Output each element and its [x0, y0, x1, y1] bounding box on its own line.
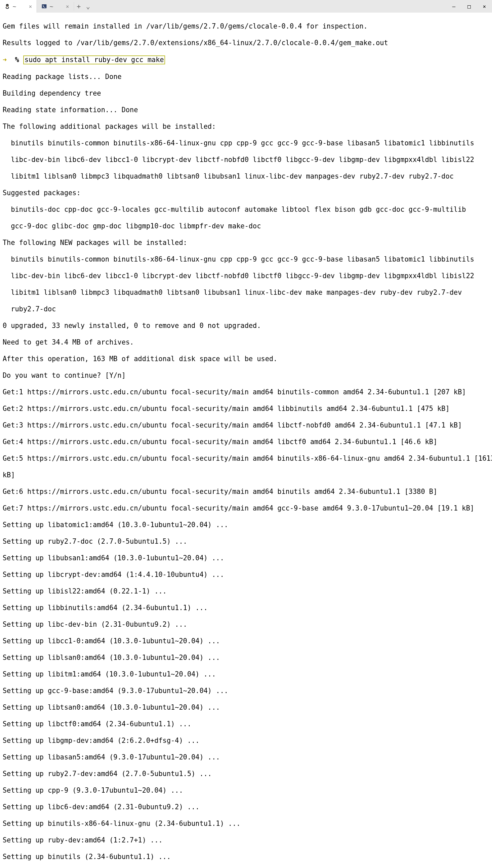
output-line: Setting up libc6-dev:amd64 (2.31-0ubuntu… — [3, 803, 489, 811]
window-controls: — □ × — [446, 0, 492, 12]
output-line: Setting up libgmp-dev:amd64 (2:6.2.0+dfs… — [3, 737, 489, 745]
titlebar: ~ × ~ × + ⌄ — □ × — [0, 0, 492, 12]
output-line: After this operation, 163 MB of addition… — [3, 355, 489, 363]
output-line: Setting up libtsan0:amd64 (10.3.0-1ubunt… — [3, 703, 489, 712]
svg-point-4 — [8, 5, 8, 6]
output-line: Do you want to continue? [Y/n] — [3, 371, 489, 380]
output-line: Setting up ruby2.7-doc (2.7.0-5ubuntu1.5… — [3, 537, 489, 546]
svg-point-2 — [6, 7, 8, 8]
output-line: Setting up libcc1-0:amd64 (10.3.0-1ubunt… — [3, 637, 489, 645]
svg-rect-5 — [42, 4, 47, 8]
tab-1-title: ~ — [13, 3, 16, 10]
output-line: Setting up binutils (2.34-6ubuntu1.1) ..… — [3, 853, 489, 861]
output-line: Setting up libitm1:amd64 (10.3.0-1ubuntu… — [3, 670, 489, 679]
output-line: The following NEW packages will be insta… — [3, 239, 489, 247]
output-line: Get:7 https://mirrors.ustc.edu.cn/ubuntu… — [3, 504, 489, 512]
output-line: libc-dev-bin libc6-dev libcc1-0 libcrypt… — [3, 156, 489, 164]
output-line: Gem files will remain installed in /var/… — [3, 22, 489, 30]
output-line: Reading package lists... Done — [3, 73, 489, 81]
output-line: Get:4 https://mirrors.ustc.edu.cn/ubuntu… — [3, 438, 489, 446]
prompt-symbol: % — [15, 56, 23, 64]
output-line: Setting up libbinutils:amd64 (2.34-6ubun… — [3, 604, 489, 612]
new-tab-button[interactable]: + — [74, 0, 83, 12]
powershell-icon — [42, 4, 47, 9]
output-line: Setting up libisl22:amd64 (0.22.1-1) ... — [3, 587, 489, 596]
terminal-output[interactable]: Gem files will remain installed in /var/… — [0, 12, 492, 868]
output-line: Get:2 https://mirrors.ustc.edu.cn/ubuntu… — [3, 404, 489, 413]
output-line: Setting up ruby-dev:amd64 (1:2.7+1) ... — [3, 836, 489, 844]
output-line: ruby2.7-doc — [3, 305, 489, 313]
output-line: Setting up libatomic1:amd64 (10.3.0-1ubu… — [3, 521, 489, 529]
output-line: Setting up libc-dev-bin (2.31-0ubuntu9.2… — [3, 621, 489, 629]
tab-1-close[interactable]: × — [29, 3, 32, 10]
output-line: Get:6 https://mirrors.ustc.edu.cn/ubuntu… — [3, 488, 489, 496]
output-line: Setting up gcc-9-base:amd64 (9.3.0-17ubu… — [3, 687, 489, 695]
output-line: libitm1 liblsan0 libmpc3 libquadmath0 li… — [3, 172, 489, 181]
output-line: Setting up libctf0:amd64 (2.34-6ubuntu1.… — [3, 720, 489, 728]
minimize-button[interactable]: — — [446, 0, 462, 12]
close-window-button[interactable]: × — [477, 0, 492, 12]
output-line: Need to get 34.4 MB of archives. — [3, 338, 489, 346]
output-line: libc-dev-bin libc6-dev libcc1-0 libcrypt… — [3, 272, 489, 280]
output-line: Get:1 https://mirrors.ustc.edu.cn/ubuntu… — [3, 388, 489, 396]
prompt-line: ➜ % sudo apt install ruby-dev gcc make — [3, 55, 489, 64]
tab-2-close[interactable]: × — [66, 3, 69, 10]
prompt-arrow-icon: ➜ — [3, 56, 15, 64]
output-line: Reading state information... Done — [3, 106, 489, 114]
output-line: gcc-9-doc glibc-doc gmp-doc libgmp10-doc… — [3, 222, 489, 230]
output-line: Setting up binutils-x86-64-linux-gnu (2.… — [3, 819, 489, 828]
output-line: binutils binutils-common binutils-x86-64… — [3, 139, 489, 148]
tab-2[interactable]: ~ × — [37, 0, 73, 12]
tab-dropdown-button[interactable]: ⌄ — [83, 0, 93, 12]
maximize-button[interactable]: □ — [462, 0, 477, 12]
output-line: Setting up liblsan0:amd64 (10.3.0-1ubunt… — [3, 654, 489, 662]
highlighted-command-1: sudo apt install ruby-dev gcc make — [23, 55, 166, 64]
output-line: libitm1 liblsan0 libmpc3 libquadmath0 li… — [3, 288, 489, 297]
output-line: Results logged to /var/lib/gems/2.7.0/ex… — [3, 39, 489, 47]
output-line: 0 upgraded, 33 newly installed, 0 to rem… — [3, 322, 489, 330]
output-line: kB] — [3, 471, 489, 479]
tab-2-title: ~ — [49, 3, 53, 10]
output-line: Building dependency tree — [3, 89, 489, 98]
tab-strip: ~ × ~ × + ⌄ — [0, 0, 446, 12]
tux-icon — [5, 4, 10, 9]
output-line: binutils binutils-common binutils-x86-64… — [3, 255, 489, 264]
output-line: binutils-doc cpp-doc gcc-9-locales gcc-m… — [3, 206, 489, 214]
output-line: Setting up ruby2.7-dev:amd64 (2.7.0-5ubu… — [3, 770, 489, 778]
tab-1[interactable]: ~ × — [0, 0, 37, 12]
output-line: Get:5 https://mirrors.ustc.edu.cn/ubuntu… — [3, 454, 489, 463]
output-line: Setting up libubsan1:amd64 (10.3.0-1ubun… — [3, 554, 489, 562]
output-line: The following additional packages will b… — [3, 123, 489, 131]
output-line: Get:3 https://mirrors.ustc.edu.cn/ubuntu… — [3, 421, 489, 429]
output-line: Suggested packages: — [3, 189, 489, 197]
svg-point-3 — [7, 5, 7, 6]
output-line: Setting up libcrypt-dev:amd64 (1:4.4.10-… — [3, 571, 489, 579]
output-line: Setting up cpp-9 (9.3.0-17ubuntu1~20.04)… — [3, 786, 489, 795]
output-line: Setting up libasan5:amd64 (9.3.0-17ubunt… — [3, 753, 489, 761]
